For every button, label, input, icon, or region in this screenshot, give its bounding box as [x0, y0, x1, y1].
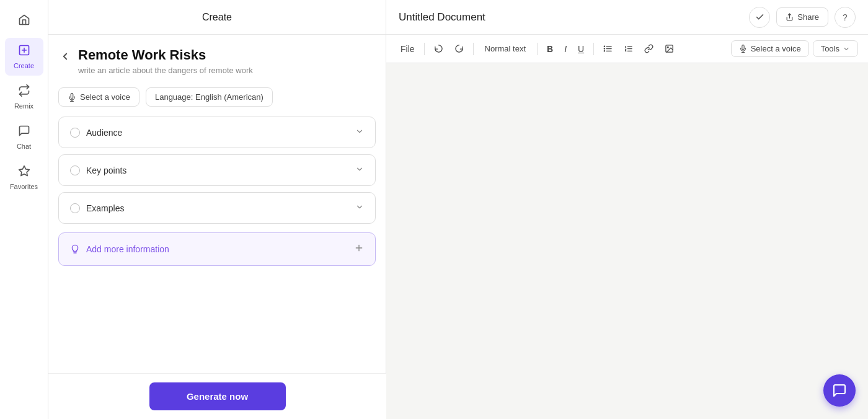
generate-now-button[interactable]: Generate now [149, 382, 286, 410]
underline-button[interactable]: U [574, 42, 588, 56]
accordion-item-examples[interactable]: Examples [58, 192, 376, 224]
sidebar: Create Remix Chat Favorites [0, 0, 48, 419]
panel-subtitle: write an article about the dangers of re… [78, 66, 253, 75]
toolbar-separator-2 [473, 43, 474, 55]
examples-circle [70, 203, 80, 213]
sidebar-item-home[interactable] [5, 7, 43, 35]
audience-label: Audience [86, 128, 122, 138]
file-button[interactable]: File [396, 42, 419, 56]
accordion-left-examples: Examples [70, 203, 124, 213]
link-button[interactable] [640, 42, 658, 56]
panel-header-title: Create [202, 12, 232, 23]
sidebar-item-chat-label: Chat [17, 143, 31, 150]
sidebar-item-favorites[interactable]: Favorites [5, 159, 43, 196]
toolbar-voice-select-button[interactable]: Select a voice [731, 40, 809, 57]
undo-icon [434, 44, 443, 53]
toolbar-separator-1 [424, 43, 425, 55]
select-voice-button[interactable]: Select a voice [58, 87, 140, 107]
panel-title: Remote Work Risks [78, 47, 253, 63]
tools-label: Tools [821, 44, 839, 53]
sidebar-item-remix-label: Remix [14, 102, 33, 110]
voice-button-label: Select a voice [80, 92, 130, 102]
plus-icon [354, 243, 364, 255]
underline-icon: U [578, 44, 584, 54]
tools-chevron-icon [843, 45, 850, 53]
audience-circle [70, 128, 80, 138]
remix-icon [18, 84, 30, 100]
numbered-list-icon [624, 44, 633, 53]
share-button[interactable]: Share [776, 7, 828, 27]
share-label: Share [797, 12, 819, 22]
svg-marker-1 [19, 166, 29, 176]
create-icon [18, 44, 30, 60]
keypoints-label: Key points [86, 165, 126, 175]
check-icon [755, 12, 764, 22]
chat-bubble-icon [832, 383, 847, 398]
editor-body[interactable] [386, 63, 868, 419]
title-block: Remote Work Risks write an article about… [78, 47, 253, 75]
favorites-icon [18, 165, 30, 180]
toolbar-voice-icon [739, 45, 747, 53]
check-status-button[interactable] [749, 7, 770, 28]
svg-point-11 [604, 48, 604, 49]
create-panel: Create Remote Work Risks write an articl… [48, 0, 386, 419]
add-info-left: Add more information [70, 244, 169, 254]
editor-toolbar: File Normal text B I U [386, 35, 868, 63]
chat-icon [18, 125, 30, 140]
sidebar-item-favorites-label: Favorites [10, 183, 38, 190]
add-more-information-button[interactable]: Add more information [58, 232, 376, 266]
editor-topbar: Untitled Document Share ? [386, 0, 868, 35]
italic-button[interactable]: I [560, 42, 571, 56]
bold-button[interactable]: B [542, 42, 557, 56]
accordion-item-keypoints[interactable]: Key points [58, 154, 376, 186]
bullet-list-button[interactable] [599, 42, 617, 56]
home-icon [18, 14, 30, 29]
toolbar-separator-4 [593, 43, 594, 55]
tools-button[interactable]: Tools [813, 40, 858, 57]
accordion-left-audience: Audience [70, 128, 122, 138]
audience-chevron-icon [355, 127, 364, 138]
undo-button[interactable] [430, 42, 448, 56]
sidebar-item-create[interactable]: Create [5, 38, 43, 76]
share-icon [786, 13, 794, 21]
language-button-label: Language: English (American) [155, 92, 264, 102]
editor-area: Untitled Document Share ? File [386, 0, 868, 419]
svg-point-17 [668, 46, 669, 48]
accordion: Audience Key points [58, 117, 376, 224]
chat-bubble-button[interactable] [823, 374, 856, 407]
panel-content: Remote Work Risks write an article about… [48, 35, 386, 419]
language-button[interactable]: Language: English (American) [146, 87, 273, 107]
redo-button[interactable] [450, 42, 468, 56]
accordion-item-audience[interactable]: Audience [58, 117, 376, 148]
svg-point-12 [604, 51, 604, 51]
lightbulb-icon [70, 244, 80, 254]
numbered-list-button[interactable] [619, 42, 637, 56]
document-title: Untitled Document [399, 11, 485, 24]
options-row: Select a voice Language: English (Americ… [58, 87, 376, 107]
toolbar-separator-3 [537, 43, 538, 55]
help-icon: ? [843, 12, 848, 22]
panel-header: Create [48, 0, 386, 35]
redo-icon [454, 44, 464, 53]
help-button[interactable]: ? [835, 7, 856, 28]
text-style-dropdown[interactable]: Normal text [479, 42, 532, 56]
examples-chevron-icon [355, 203, 364, 213]
sidebar-item-chat[interactable]: Chat [5, 118, 43, 156]
panel-footer: Generate now [48, 373, 386, 419]
sidebar-item-create-label: Create [14, 62, 34, 69]
bullet-list-icon [603, 44, 613, 53]
bold-icon: B [547, 44, 553, 54]
accordion-left-keypoints: Key points [70, 165, 126, 175]
svg-point-10 [604, 46, 604, 46]
voice-icon [68, 93, 76, 102]
sidebar-item-remix[interactable]: Remix [5, 78, 43, 116]
keypoints-circle [70, 165, 80, 175]
keypoints-chevron-icon [355, 165, 364, 175]
image-icon [665, 44, 674, 53]
back-button[interactable] [58, 50, 72, 66]
image-button[interactable] [660, 42, 678, 56]
toolbar-voice-label: Select a voice [751, 44, 801, 53]
toolbar-right: Select a voice Tools [731, 40, 858, 57]
italic-icon: I [564, 44, 567, 54]
link-icon [644, 44, 653, 53]
